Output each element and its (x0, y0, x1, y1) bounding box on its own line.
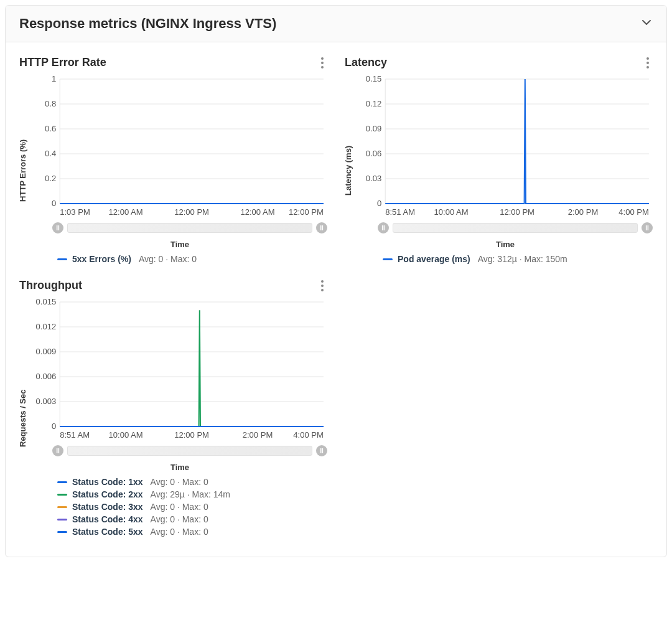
legend-series-stats: Avg: 0 · Max: 0 (139, 254, 197, 264)
pause-icon[interactable]: II (316, 445, 327, 456)
svg-text:0.6: 0.6 (45, 124, 56, 133)
chart-title: Latency (345, 56, 387, 69)
legend-row[interactable]: Status Code: 3xxAvg: 0 · Max: 0 (57, 501, 330, 513)
y-axis-label: Requests / Sec (17, 298, 29, 538)
slider-track[interactable] (67, 446, 312, 456)
legend-series-name: Pod average (ms) (398, 254, 470, 264)
svg-text:4:00 PM: 4:00 PM (293, 430, 324, 440)
svg-text:12:00 PM: 12:00 PM (289, 207, 324, 217)
charts-grid: HTTP Error Rate HTTP Errors (%) 00.20.40… (6, 42, 666, 557)
svg-text:0.006: 0.006 (36, 372, 57, 381)
legend-series-stats: Avg: 0 · Max: 0 (151, 514, 208, 524)
pause-icon[interactable]: II (642, 222, 653, 233)
svg-text:0.009: 0.009 (36, 347, 57, 356)
chart-title: HTTP Error Rate (19, 56, 106, 69)
legend-series-name: Status Code: 4xx (72, 514, 143, 524)
svg-text:1:03 PM: 1:03 PM (60, 207, 90, 217)
panel-title: Response metrics (NGINX Ingress VTS) (19, 16, 276, 32)
legend-series-name: 5xx Errors (%) (72, 254, 131, 264)
pause-icon[interactable]: II (52, 445, 63, 456)
y-axis-label: Latency (ms) (342, 75, 354, 265)
svg-text:0.003: 0.003 (36, 397, 57, 406)
kebab-icon[interactable] (317, 57, 327, 69)
svg-text:0: 0 (52, 422, 56, 431)
svg-text:0.015: 0.015 (36, 298, 57, 306)
svg-text:8:51 AM: 8:51 AM (60, 430, 90, 440)
legend-series-stats: Avg: 29µ · Max: 14m (151, 489, 230, 499)
chart-error-rate: HTTP Error Rate HTTP Errors (%) 00.20.40… (17, 55, 330, 265)
x-axis-label: Time (355, 240, 655, 249)
legend-series-stats: Avg: 0 · Max: 0 (151, 502, 208, 512)
slider-track[interactable] (67, 223, 312, 233)
time-slider[interactable]: II II (30, 219, 330, 236)
chart-latency: Latency Latency (ms) 00.030.060.090.120.… (342, 55, 655, 265)
chart-plot-throughput[interactable]: 00.0030.0060.0090.0120.0158:51 AM10:00 A… (30, 298, 330, 441)
svg-text:2:00 PM: 2:00 PM (568, 207, 599, 217)
chart-title: Throughput (19, 279, 82, 292)
svg-text:12:00 PM: 12:00 PM (500, 207, 534, 217)
pause-icon[interactable]: II (378, 222, 389, 233)
legend-row[interactable]: Status Code: 1xxAvg: 0 · Max: 0 (57, 476, 330, 488)
legend-swatch (383, 258, 393, 260)
legend-row[interactable]: 5xx Errors (%)Avg: 0 · Max: 0 (57, 253, 330, 265)
svg-text:8:51 AM: 8:51 AM (385, 207, 415, 217)
legend-series-stats: Avg: 0 · Max: 0 (151, 527, 208, 537)
legend-series-name: Status Code: 3xx (72, 502, 143, 512)
legend-swatch (57, 519, 67, 520)
svg-text:0: 0 (52, 199, 56, 208)
legend-swatch (57, 506, 67, 508)
chart-legend: 5xx Errors (%)Avg: 0 · Max: 0 (30, 253, 330, 265)
svg-text:12:00 AM: 12:00 AM (109, 207, 143, 217)
svg-text:0.15: 0.15 (366, 75, 381, 83)
svg-text:12:00 PM: 12:00 PM (174, 430, 209, 440)
slider-track[interactable] (393, 223, 638, 233)
legend-swatch (57, 258, 67, 260)
chart-legend: Pod average (ms)Avg: 312µ · Max: 150m (355, 253, 655, 265)
svg-text:0.09: 0.09 (366, 124, 381, 133)
panel-header[interactable]: Response metrics (NGINX Ingress VTS) (6, 6, 666, 42)
chart-legend: Status Code: 1xxAvg: 0 · Max: 0Status Co… (30, 476, 330, 538)
legend-swatch (57, 481, 67, 483)
svg-text:2:00 PM: 2:00 PM (243, 430, 273, 440)
svg-text:0.4: 0.4 (45, 149, 56, 158)
kebab-icon[interactable] (643, 57, 653, 69)
svg-text:0.8: 0.8 (45, 99, 56, 108)
svg-text:0.2: 0.2 (45, 174, 56, 183)
legend-row[interactable]: Pod average (ms)Avg: 312µ · Max: 150m (383, 253, 655, 265)
legend-row[interactable]: Status Code: 4xxAvg: 0 · Max: 0 (57, 513, 330, 525)
svg-text:0: 0 (377, 199, 381, 208)
time-slider[interactable]: II II (30, 441, 330, 459)
legend-row[interactable]: Status Code: 2xxAvg: 29µ · Max: 14m (57, 488, 330, 501)
pause-icon[interactable]: II (52, 222, 63, 233)
kebab-icon[interactable] (317, 280, 327, 292)
metrics-panel: Response metrics (NGINX Ingress VTS) HTT… (5, 5, 667, 557)
svg-text:10:00 AM: 10:00 AM (434, 207, 469, 217)
x-axis-label: Time (30, 240, 330, 249)
svg-text:0.03: 0.03 (366, 174, 381, 183)
chevron-down-icon[interactable] (640, 16, 653, 32)
svg-text:0.012: 0.012 (36, 322, 57, 331)
svg-text:1: 1 (52, 75, 56, 83)
svg-text:12:00 AM: 12:00 AM (240, 207, 274, 217)
legend-swatch (57, 494, 67, 496)
legend-swatch (57, 531, 67, 533)
chart-plot-latency[interactable]: 00.030.060.090.120.158:51 AM10:00 AM12:0… (355, 75, 655, 219)
pause-icon[interactable]: II (316, 222, 327, 233)
legend-series-stats: Avg: 312µ · Max: 150m (478, 254, 567, 264)
svg-text:0.06: 0.06 (366, 149, 381, 158)
chart-plot-error[interactable]: 00.20.40.60.811:03 PM12:00 AM12:00 PM12:… (30, 75, 330, 219)
svg-text:10:00 AM: 10:00 AM (109, 430, 143, 440)
legend-row[interactable]: Status Code: 5xxAvg: 0 · Max: 0 (57, 525, 330, 538)
x-axis-label: Time (30, 463, 330, 472)
legend-series-name: Status Code: 1xx (72, 477, 143, 487)
legend-series-stats: Avg: 0 · Max: 0 (151, 477, 208, 487)
svg-text:12:00 PM: 12:00 PM (174, 207, 209, 217)
svg-text:0.12: 0.12 (366, 99, 381, 108)
legend-series-name: Status Code: 5xx (72, 527, 143, 537)
chart-throughput: Throughput Requests / Sec 00.0030.0060.0… (17, 278, 330, 538)
legend-series-name: Status Code: 2xx (72, 489, 143, 499)
time-slider[interactable]: II II (355, 219, 655, 236)
svg-text:4:00 PM: 4:00 PM (618, 207, 649, 217)
y-axis-label: HTTP Errors (%) (17, 75, 29, 265)
